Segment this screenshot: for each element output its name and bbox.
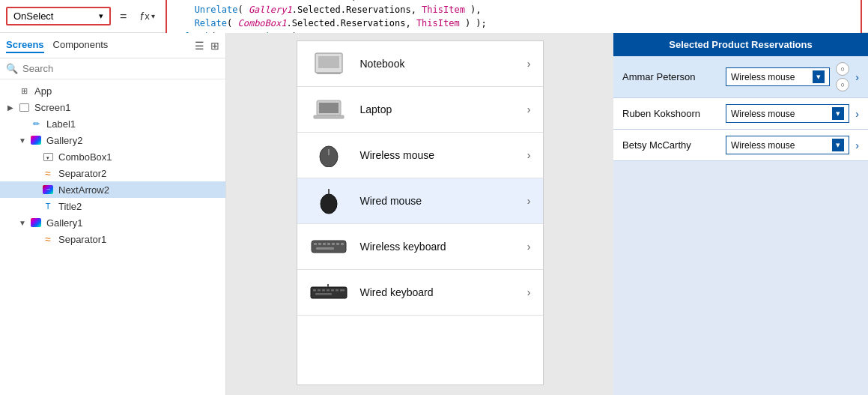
tree-item-app[interactable]: ⊞ App [0,82,225,99]
app-canvas: Notebook › Laptop › Wireless mouse › Wir… [297,40,544,385]
tree-icon-screen1 [18,101,30,113]
tab-screens[interactable]: Screens [6,37,44,53]
res-combo-arrow-0[interactable]: ▾ [813,70,825,83]
onselect-dropdown[interactable]: OnSelect ▾ [6,7,111,25]
main-area: Screens Components ☰ ⊞ 🔍 ⊞ App ▶ Screen1… [0,33,868,395]
svg-rect-15 [323,243,326,245]
grid-view-icon[interactable]: ⊞ [210,40,219,52]
item-img-wireless_mouse [309,142,348,169]
fx-x: x [145,10,150,22]
circle-btn-bottom[interactable]: ○ [836,78,849,91]
tree-item-gallery1[interactable]: ▼ Gallery1 [0,214,225,231]
item-chevron-wireless_mouse: › [527,149,531,161]
svg-rect-22 [313,289,316,292]
tree-toggle-screen1[interactable]: ▶ [6,103,15,112]
res-chevron-1[interactable]: › [855,108,859,120]
combobox1-ref2: ComboBox1 [237,18,286,28]
item-label-notebook: Notebook [360,58,527,70]
search-input[interactable] [22,63,219,74]
res-combo-arrow-2[interactable]: ▾ [832,139,844,151]
gallery-item-wired_mouse[interactable]: Wired mouse › [297,178,543,224]
svg-rect-17 [332,243,335,245]
gallery-item-notebook[interactable]: Notebook › [297,41,543,87]
tree-toggle-gallery2[interactable]: ▼ [18,136,27,145]
left-panel: Screens Components ☰ ⊞ 🔍 ⊞ App ▶ Screen1… [0,33,226,395]
svg-rect-2 [317,73,341,74]
svg-rect-27 [336,289,339,292]
tree-item-nextarrow2[interactable]: → NextArrow2 [0,181,225,198]
svg-rect-5 [314,115,344,118]
tree-item-separator1[interactable]: ≈ Separator1 [0,231,225,247]
svg-rect-16 [327,243,330,245]
res-combo-value-2: Wireless mouse [731,140,829,151]
item-img-wired_mouse [309,187,348,214]
tree-label-gallery2: Gallery2 [46,135,82,146]
item-img-notebook [309,50,348,77]
tree-icon-combobox1: ▾ [42,151,54,163]
relate-keyword: Relate [195,18,227,28]
item-chevron-wired_keyboard: › [527,286,531,298]
tree-toggle-gallery1[interactable]: ▼ [18,219,27,227]
item-img-laptop [309,96,348,123]
list-view-icon[interactable]: ☰ [195,40,204,52]
svg-rect-28 [340,289,345,292]
reservation-row-2: Betsy McCarthy Wireless mouse ▾ › [613,130,868,161]
tabs-row: Screens Components ☰ ⊞ [0,33,225,58]
tree-icon-separator1: ≈ [42,233,54,245]
tab-icons: ☰ ⊞ [195,40,219,52]
svg-rect-25 [327,289,330,292]
item-label-laptop: Laptop [360,103,527,115]
gallery-item-wireless_keyboard[interactable]: Wireless keyboard › [297,224,543,270]
tree-icon-nextarrow2: → [42,184,54,196]
tree-item-combobox1[interactable]: ▾ ComboBox1 [0,148,225,165]
res-chevron-0[interactable]: › [855,71,859,83]
tree-icon-title2: T [42,200,54,212]
res-combo-0[interactable]: Wireless mouse ▾ [726,67,830,86]
fx-button[interactable]: fx ▾ [136,9,159,24]
tree-item-screen1[interactable]: ▶ Screen1 [0,99,225,115]
gallery-item-wireless_mouse[interactable]: Wireless mouse › [297,133,543,178]
thisitem-ref2: ThisItem [416,18,460,28]
item-chevron-wireless_keyboard: › [527,241,531,253]
tree-label-app: App [34,85,52,97]
res-combo-arrow-1[interactable]: ▾ [832,107,844,120]
tree-item-gallery2[interactable]: ▼ Gallery2 [0,132,225,148]
tree-item-separator2[interactable]: ≈ Separator2 [0,165,225,181]
formula-line3: Relate( ComboBox1.Selected.Reservations,… [173,16,855,30]
res-chevron-2[interactable]: › [855,139,859,151]
search-box: 🔍 [0,58,225,79]
tree-item-title2[interactable]: T Title2 [0,198,225,214]
svg-rect-19 [341,243,344,245]
right-header: Selected Product Reservations [613,33,868,56]
svg-rect-20 [316,247,334,250]
circle-btn-top[interactable]: ○ [836,62,849,76]
top-bar: OnSelect ▾ = fx ▾ If( IsBlank( ComboBox1… [0,0,868,33]
tree-label-separator2: Separator2 [58,168,106,179]
tree-item-label1[interactable]: ✏ Label1 [0,115,225,132]
svg-rect-1 [318,56,339,68]
dropdown-chevron-icon: ▾ [99,11,103,21]
gallery-item-wired_keyboard[interactable]: Wired keyboard › [297,270,543,316]
svg-rect-26 [331,289,334,292]
tab-components[interactable]: Components [53,37,109,53]
res-combo-1[interactable]: Wireless mouse ▾ [726,104,849,123]
if-keyword: If [173,0,183,1]
res-combo-2[interactable]: Wireless mouse ▾ [726,136,849,154]
item-img-wired_keyboard [309,279,348,306]
item-label-wireless_keyboard: Wireless keyboard [360,241,527,253]
reservation-row-0: Ammar Peterson Wireless mouse ▾ ○ ○ › [613,56,868,98]
gallery1-ref: Gallery1 [249,4,292,15]
unrelate-keyword: Unrelate [195,4,238,15]
res-name-0: Ammar Peterson [622,71,720,82]
search-icon: 🔍 [6,63,18,74]
tree-icon-label1: ✏ [30,118,42,130]
combobox1-ref: ComboBox1 [243,0,292,1]
svg-rect-13 [314,243,317,245]
reservation-row-1: Ruben Kokshoorn Wireless mouse ▾ › [613,98,868,130]
isblank-keyword: IsBlank [195,0,233,1]
first-row-extras: ○ ○ [836,62,849,91]
tree-area: ⊞ App ▶ Screen1 ✏ Label1 ▼ Gallery2 ▾ Co… [0,79,225,395]
item-img-wireless_keyboard [309,233,348,260]
tree-label-separator1: Separator1 [58,234,106,245]
gallery-item-laptop[interactable]: Laptop › [297,87,543,133]
